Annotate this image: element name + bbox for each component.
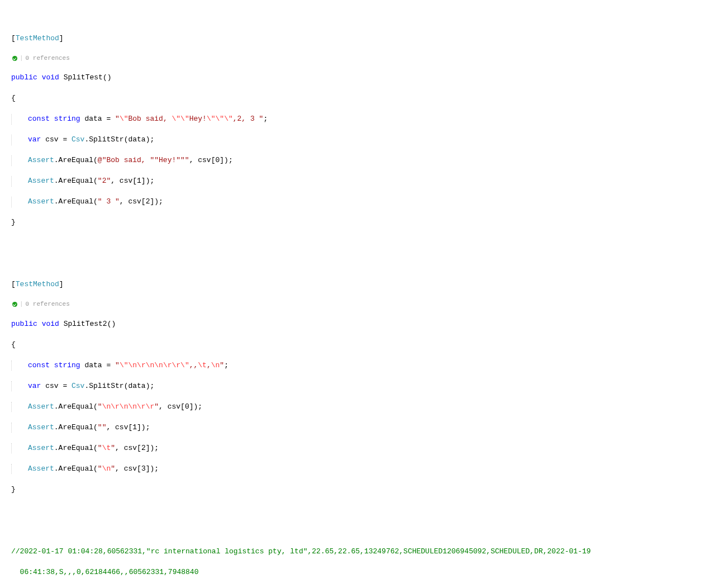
code-line[interactable]: [TestMethod] [11, 34, 724, 44]
code-line[interactable]: var csv = Csv.SplitStr(data); [11, 381, 724, 392]
code-line[interactable]: Assert.AreEqual("\n", csv[3]); [11, 464, 724, 475]
code-line[interactable]: Assert.AreEqual("\t", csv[2]); [11, 443, 724, 454]
code-line[interactable] [11, 238, 724, 249]
code-line[interactable]: } [11, 217, 724, 228]
code-line[interactable]: 06:41:38,S,,,0,62184466,,60562331,794884… [11, 567, 724, 578]
code-line[interactable]: { [11, 340, 724, 350]
code-line[interactable]: //2022-01-17 01:04:28,60562331,"rc inter… [11, 547, 724, 557]
code-line[interactable]: Assert.AreEqual("2", csv[1]); [11, 176, 724, 187]
code-line[interactable]: [TestMethod] [11, 279, 724, 290]
code-line[interactable]: Assert.AreEqual("\n\r\n\n\r\r", csv[0]); [11, 402, 724, 412]
code-line[interactable]: Assert.AreEqual("", csv[1]); [11, 423, 724, 433]
code-editor[interactable]: [TestMethod] |0 references public void S… [0, 0, 724, 588]
code-line[interactable]: } [11, 485, 724, 495]
code-line[interactable]: public void SplitTest() [11, 73, 724, 83]
codelens[interactable]: |0 references [11, 300, 724, 309]
code-line[interactable] [11, 505, 724, 516]
test-pass-icon [12, 56, 17, 61]
test-pass-icon [12, 302, 17, 307]
code-line[interactable]: Assert.AreEqual(@"Bob said, ""Hey!""", c… [11, 155, 724, 166]
code-line[interactable]: const string data = "\"Bob said, \"\"Hey… [11, 114, 724, 125]
codelens[interactable]: |0 references [11, 54, 724, 63]
code-line[interactable]: public void SplitTest2() [11, 319, 724, 330]
code-line[interactable]: const string data = "\"\n\r\n\n\r\r\",,\… [11, 361, 724, 371]
code-line[interactable]: { [11, 93, 724, 104]
code-line[interactable]: var csv = Csv.SplitStr(data); [11, 135, 724, 145]
code-line[interactable]: Assert.AreEqual(" 3 ", csv[2]); [11, 197, 724, 207]
